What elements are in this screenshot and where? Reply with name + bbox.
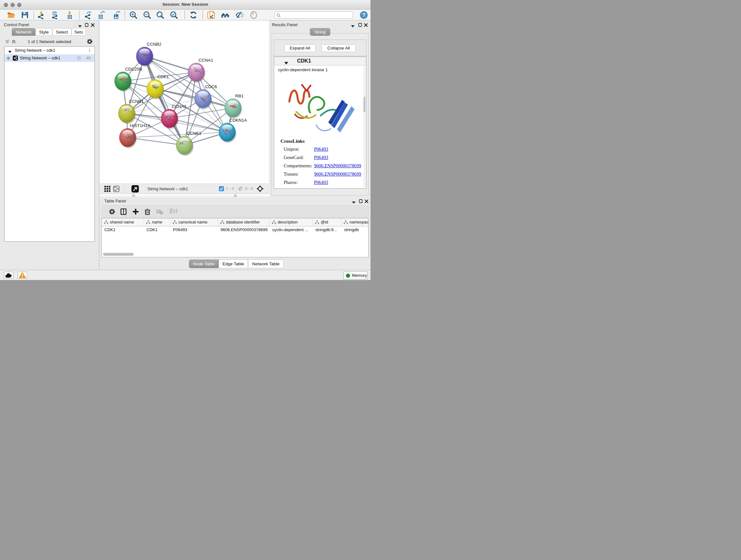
- column-header[interactable]: database identifier: [218, 219, 270, 226]
- results-scrollbar[interactable]: [363, 66, 365, 188]
- crosshair-icon[interactable]: [257, 185, 264, 193]
- crosslink-label: GeneCard:: [284, 155, 304, 160]
- tab-edge-table[interactable]: Edge Table: [219, 260, 248, 268]
- crosslink-value[interactable]: P06493: [314, 155, 328, 160]
- import-network-database-icon[interactable]: [51, 11, 59, 19]
- splitter-handle[interactable]: [132, 194, 135, 197]
- network-status-dot: [7, 57, 10, 60]
- panel-menu-icon[interactable]: [352, 199, 355, 205]
- table-row[interactable]: CDK1CDK1P064939606.ENSP00000378699cyclin…: [102, 226, 368, 233]
- toolbar-divider: [202, 11, 203, 19]
- panel-close-icon[interactable]: [91, 22, 94, 28]
- import-table-icon[interactable]: [65, 11, 74, 19]
- column-header[interactable]: namespace: [341, 219, 368, 226]
- selected-checkbox-icon[interactable]: [219, 186, 224, 192]
- network-canvas[interactable]: CCNB2CCNA1CDC25BCDK1CDC6RB1CCNB1CCNA2CDK…: [99, 20, 269, 184]
- crosslink-value[interactable]: P06493: [314, 146, 328, 152]
- node-label: CCNA2: [172, 104, 186, 109]
- share-document-icon[interactable]: [207, 11, 215, 19]
- tab-style[interactable]: Style: [36, 28, 52, 36]
- app-window: Session: New Session: [0, 0, 370, 280]
- collection-count: 1: [88, 48, 91, 53]
- network-view-toolbar: String Network – cdk1 1 - 0 0 - 0: [99, 184, 269, 193]
- panel-float-icon[interactable]: [359, 199, 362, 204]
- network-view[interactable]: CCNB2CCNA1CDC25BCDK1CDC6RB1CCNB1CCNA2CDK…: [99, 20, 269, 184]
- crosslink-label: Compartments:: [284, 163, 312, 169]
- panel-close-icon[interactable]: [364, 22, 367, 28]
- tab-network-table[interactable]: Network Table: [248, 260, 284, 268]
- export-table-icon[interactable]: [97, 11, 105, 19]
- delete-icon[interactable]: [144, 208, 151, 215]
- export-image-icon[interactable]: [112, 11, 121, 19]
- zoom-out-icon[interactable]: [143, 11, 151, 19]
- node-table[interactable]: shared namenamecanonical namedatabase id…: [102, 218, 368, 257]
- column-header[interactable]: description: [270, 219, 313, 226]
- zoom-fit-icon[interactable]: [156, 11, 164, 19]
- network-node-cdkn1a[interactable]: CDKN1A: [219, 118, 247, 143]
- zoom-in-icon[interactable]: [129, 11, 138, 19]
- gear-icon[interactable]: [87, 39, 92, 46]
- network-label: String Network – cdk1: [20, 56, 60, 60]
- hide-selected-icon[interactable]: [235, 11, 244, 19]
- node-label: CCNE1: [187, 131, 201, 136]
- table-horizontal-scrollbar[interactable]: [103, 253, 134, 256]
- crosslink-value[interactable]: 9606.ENSP00000378699: [314, 172, 361, 177]
- expand-all-button[interactable]: Expand All: [284, 44, 316, 52]
- network-node-rb1[interactable]: RB1: [225, 94, 244, 118]
- crosslink-value[interactable]: 9606.ENSP00000378699: [314, 163, 361, 169]
- add-icon[interactable]: [132, 208, 139, 215]
- network-node-hist1h1a[interactable]: HIST1H1A: [119, 123, 151, 148]
- collapse-all-button[interactable]: Collapse All: [321, 44, 356, 52]
- column-header[interactable]: canonical name: [171, 219, 218, 226]
- gene-header[interactable]: CDK1: [274, 57, 366, 65]
- network-edge[interactable]: [145, 56, 185, 145]
- warning-button[interactable]: [17, 272, 27, 279]
- tab-string[interactable]: String: [310, 28, 330, 36]
- network-row[interactable]: String Network – cdk1 11 48: [4, 54, 94, 62]
- column-header[interactable]: name: [144, 219, 171, 226]
- status-bar: Memory: [0, 270, 370, 280]
- show-eye-icon[interactable]: [250, 11, 258, 19]
- save-session-icon[interactable]: [21, 11, 29, 19]
- import-network-file-icon[interactable]: [37, 11, 45, 19]
- network-node-ccnb2[interactable]: CCNB2: [136, 42, 161, 67]
- crosslink-label: Pharos:: [284, 180, 298, 185]
- zoom-selected-icon[interactable]: [170, 11, 178, 19]
- share-network-icon[interactable]: [113, 186, 120, 193]
- toolbar-divider: [185, 11, 185, 19]
- search-input[interactable]: [282, 12, 351, 18]
- tab-sets[interactable]: Sets: [71, 28, 86, 36]
- view-title: String Network – cdk1: [147, 186, 188, 191]
- help-icon[interactable]: ?: [360, 11, 368, 19]
- collapse-arrow-icon[interactable]: [284, 60, 288, 66]
- cloud-button[interactable]: [4, 272, 13, 279]
- memory-button[interactable]: Memory: [343, 271, 367, 279]
- tab-network[interactable]: Network: [12, 28, 36, 36]
- network-collection-row[interactable]: String Network – cdk1 1: [4, 47, 94, 54]
- collapse-arrow-icon[interactable]: [8, 49, 11, 54]
- node-label: HIST1H1A: [130, 123, 151, 128]
- export-network-icon[interactable]: [84, 11, 92, 19]
- node-label: RB1: [235, 94, 244, 98]
- crosslink-value[interactable]: P06493: [314, 180, 328, 185]
- network-node-ccna1[interactable]: CCNA1: [188, 58, 213, 83]
- results-panel: Results Panel String Expand All Collapse…: [270, 20, 370, 197]
- panel-float-icon[interactable]: [85, 22, 88, 28]
- columns-icon[interactable]: [120, 208, 127, 215]
- gene-details-card: CDK1 cyclin-dependent kinase 1 Cro: [274, 57, 366, 189]
- tab-select[interactable]: Select: [52, 28, 71, 36]
- open-session-icon[interactable]: [7, 11, 15, 19]
- node-label: CCNB2: [147, 42, 161, 47]
- panel-menu-icon[interactable]: [351, 23, 354, 29]
- grid-view-icon[interactable]: [105, 186, 111, 193]
- refresh-layout-icon[interactable]: [189, 11, 198, 19]
- tab-node-table[interactable]: Node Table: [189, 260, 219, 268]
- column-header[interactable]: shared name: [102, 219, 144, 226]
- home-pages-icon[interactable]: [221, 11, 229, 19]
- column-header[interactable]: @id: [313, 219, 341, 226]
- panel-close-icon[interactable]: [365, 199, 368, 204]
- splitter-handle[interactable]: [234, 194, 237, 197]
- annotation-arrow-icon[interactable]: [131, 185, 139, 194]
- gear-icon[interactable]: [109, 208, 115, 215]
- panel-float-icon[interactable]: [358, 22, 362, 28]
